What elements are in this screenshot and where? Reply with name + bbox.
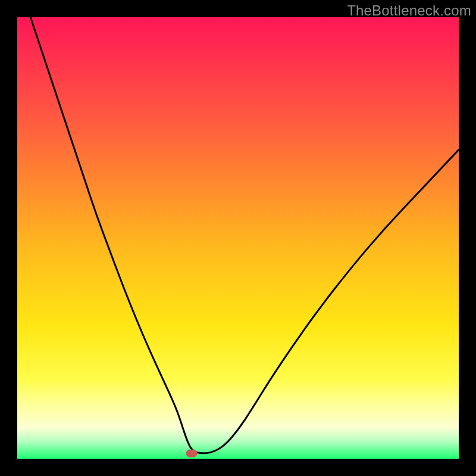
watermark-text: TheBottleneck.com xyxy=(347,2,471,19)
optimal-point-marker xyxy=(186,450,198,458)
plot-area xyxy=(17,17,459,459)
chart-frame: TheBottleneck.com xyxy=(0,0,476,476)
bottleneck-curve xyxy=(17,17,459,459)
